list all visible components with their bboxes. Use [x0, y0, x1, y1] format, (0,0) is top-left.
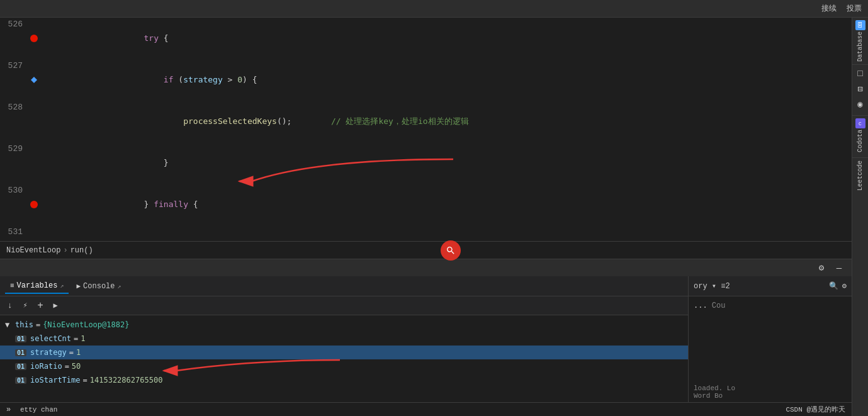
var-type-badge-iostarttime: 01: [15, 377, 26, 384]
debug-left: ≡ Variables ↗ ▶ Console ↗ ↓ ⚡: [0, 276, 688, 402]
var-iostarttime-value: 1415322862765500: [90, 376, 163, 385]
sidebar-eye-icon[interactable]: ◉: [854, 98, 867, 110]
line-content-527: if (strategy > 0) {: [40, 59, 852, 101]
var-strategy-value: 1: [76, 348, 81, 357]
console-icon: ▶: [76, 282, 81, 290]
line-number-526: 526: [0, 18, 28, 59]
code-line-527: 527 if (strategy > 0) {: [0, 59, 852, 101]
status-csdn-text: CSDN @遇见的昨天: [786, 405, 845, 414]
var-this-value: {NioEventLoop@1882}: [43, 320, 129, 329]
var-ioratio-value: 50: [72, 362, 81, 371]
right-sidebar: 🗄 Database □ ⊟ ◉ C Codot: [852, 18, 868, 416]
sidebar-grid-icon[interactable]: □: [854, 67, 867, 80]
variables-pin-icon: ↗: [60, 282, 64, 290]
status-user-text: etty chan: [20, 406, 57, 413]
debug-panel: ≡ Variables ↗ ▶ Console ↗ ↓ ⚡: [0, 276, 852, 402]
console-pin-icon: ↗: [118, 283, 121, 290]
nav-item-vote[interactable]: 投票: [847, 3, 862, 14]
gutter-531: [28, 225, 40, 241]
var-ioratio-eq: =: [65, 362, 69, 371]
line-content-530: } finally {: [40, 184, 852, 225]
tab-variables[interactable]: ≡ Variables ↗: [5, 279, 69, 294]
var-this-eq: =: [36, 320, 40, 329]
line-content-531: ranTasks = runAllTasks(); // 处理外部线程扔到tas…: [40, 225, 852, 241]
line-content-526: try {: [40, 18, 852, 59]
var-type-badge-selectcnt: 01: [15, 335, 26, 342]
debug-right-header: ory ▾ ≡2 🔍 ⚙: [689, 276, 852, 296]
status-bar: » etty chan CSDN @遇见的昨天: [0, 402, 852, 416]
debug-right-dots: ...: [694, 301, 707, 310]
code-line-528: 528 processSelectedKeys(); // 处理选择key，处理…: [0, 101, 852, 142]
breadcrumb-bar: NioEventLoop › run(): [0, 241, 852, 259]
debug-down-icon[interactable]: ↓: [3, 298, 18, 313]
search-fab-icon: [446, 245, 456, 256]
gutter-530: [28, 184, 40, 225]
var-type-badge-strategy: 01: [15, 349, 26, 356]
codota-label: Codota: [857, 130, 864, 152]
expand-this-icon[interactable]: ▼: [5, 320, 15, 329]
top-nav: 接续 投票: [0, 0, 868, 18]
line-number-527: 527: [0, 59, 28, 101]
sidebar-database-icon[interactable]: 🗄 Database: [855, 20, 865, 62]
database-label: Database: [857, 31, 864, 62]
code-line-531: 531 ranTasks = runAllTasks(); // 处理外部线程扔…: [0, 225, 852, 241]
settings-gear-icon[interactable]: ⚙: [815, 262, 828, 274]
code-line-526: 526 try {: [0, 18, 852, 59]
var-strategy-eq: =: [69, 348, 74, 357]
line-number-531: 531: [0, 225, 28, 241]
code-line-529: 529 }: [0, 142, 852, 184]
sidebar-table-icon[interactable]: ⊟: [854, 82, 867, 95]
debug-right-bottom: loaded. Lo Word Bo: [689, 382, 852, 402]
debug-variables: ▼ this = {NioEventLoop@1882} 01 selectCn…: [0, 315, 688, 402]
status-left-content: » etty chan: [6, 405, 57, 414]
var-type-badge-ioratio: 01: [15, 363, 26, 370]
sidebar-codota-section[interactable]: C Codota: [855, 118, 865, 152]
var-iostarttime-eq: =: [83, 376, 87, 385]
leetcode-label: Leetcode: [857, 160, 864, 191]
code-line-530: 530 } finally {: [0, 184, 852, 225]
status-chevron-icon: »: [6, 405, 15, 414]
breadcrumb-class: NioEventLoop: [6, 246, 60, 255]
var-row-ioratio[interactable]: 01 ioRatio = 50: [0, 359, 688, 373]
debug-right-loaded: loaded. Lo: [694, 385, 847, 392]
var-selectcnt-name: selectCnt: [30, 334, 71, 343]
settings-minimize-icon[interactable]: —: [833, 262, 845, 274]
variables-label: Variables: [17, 281, 58, 290]
debug-add-icon[interactable]: +: [33, 298, 48, 313]
debug-tabs: ≡ Variables ↗ ▶ Console ↗: [0, 276, 688, 296]
var-row-strategy[interactable]: 01 strategy = 1: [0, 346, 688, 359]
search-fab-button[interactable]: [441, 240, 461, 261]
debug-right-wordbook: Word Bo: [694, 392, 847, 400]
debug-filter-icon[interactable]: ⚡: [18, 298, 33, 313]
debug-toolbar: ↓ ⚡ + ▶: [0, 296, 688, 315]
console-label: Console: [83, 282, 115, 291]
var-iostarttime-name: ioStartTime: [30, 376, 80, 385]
nav-item-connect[interactable]: 接续: [821, 3, 837, 14]
debug-run-icon[interactable]: ▶: [48, 298, 63, 313]
var-this-name: this: [15, 320, 33, 329]
sidebar-leetcode-section[interactable]: Leetcode: [857, 160, 864, 191]
code-editor: 526 try { 527 i: [0, 18, 852, 416]
gutter-528: [28, 101, 40, 142]
debug-right-cou: Cou: [712, 301, 726, 310]
var-row-this[interactable]: ▼ this = {NioEventLoop@1882}: [0, 318, 688, 332]
var-ioratio-name: ioRatio: [30, 362, 62, 371]
debug-right-content: ... Cou: [689, 296, 852, 382]
var-strategy-name: strategy: [30, 348, 67, 357]
gutter-526: [28, 18, 40, 59]
var-row-selectcnt[interactable]: 01 selectCnt = 1: [0, 332, 688, 346]
variables-icon: ≡: [10, 282, 14, 290]
var-row-iostarttime[interactable]: 01 ioStartTime = 1415322862765500: [0, 373, 688, 387]
breadcrumb-method: run(): [70, 246, 93, 255]
gutter-529: [28, 142, 40, 184]
tab-console[interactable]: ▶ Console ↗: [71, 279, 126, 293]
debug-right-gear-icon[interactable]: ⚙: [842, 281, 847, 291]
gutter-527: [28, 59, 40, 101]
breadcrumb-separator: ›: [63, 246, 67, 255]
debug-right: ory ▾ ≡2 🔍 ⚙ ... Cou loaded. Lo Word Bo: [688, 276, 852, 402]
line-number-529: 529: [0, 142, 28, 184]
var-selectcnt-value: 1: [81, 334, 85, 343]
debug-right-search-icon[interactable]: 🔍: [829, 281, 838, 291]
settings-bar: ⚙ —: [0, 259, 852, 276]
line-content-529: }: [40, 142, 852, 184]
